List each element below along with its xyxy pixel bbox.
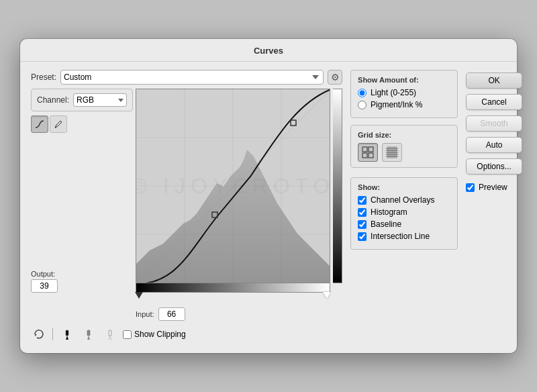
svg-marker-15 — [109, 336, 111, 340]
intersection-line-checkbox[interactable] — [358, 232, 367, 241]
baseline-checkbox[interactable] — [358, 220, 367, 229]
channel-label: Channel: — [37, 95, 69, 105]
histogram — [136, 89, 330, 283]
pigment-label: Pigment/Ink % — [371, 100, 422, 109]
preview-label: Preview — [479, 183, 507, 192]
pencil-icon — [54, 119, 63, 129]
preset-select[interactable]: Custom Default Strong Contrast Medium Co… — [60, 70, 324, 85]
eyedropper-white-button[interactable] — [101, 326, 117, 342]
pigment-radio[interactable] — [358, 101, 367, 109]
svg-marker-13 — [87, 336, 90, 340]
input-input[interactable] — [158, 307, 185, 321]
gear-icon: ⚙ — [331, 72, 340, 83]
grid-10x10-icon — [386, 146, 398, 158]
curves-dialog: Curves Preset: Custom Default Strong Con… — [20, 39, 517, 353]
white-point-triangle[interactable] — [323, 292, 331, 299]
eyedropper-gray-icon — [83, 329, 93, 340]
curve-icon — [34, 119, 45, 130]
baseline-label: Baseline — [371, 219, 401, 229]
svg-rect-17 — [369, 147, 373, 152]
histogram-label: Histogram — [371, 207, 407, 217]
show-amount-title: Show Amount of: — [358, 76, 450, 84]
reset-button[interactable] — [31, 326, 47, 342]
curve-tool-button[interactable] — [31, 115, 48, 133]
svg-rect-19 — [369, 153, 373, 158]
show-title: Show: — [358, 183, 450, 191]
intersection-line-label: Intersection Line — [371, 232, 430, 241]
eyedropper-black-button[interactable] — [58, 326, 75, 342]
horizontal-gradient — [136, 283, 330, 293]
cancel-button[interactable]: Cancel — [466, 94, 522, 110]
pencil-tool-button[interactable] — [50, 115, 67, 133]
vertical-gradient — [333, 89, 342, 283]
separator — [52, 328, 53, 340]
channel-overlays-label: Channel Overlays — [371, 195, 434, 205]
show-clipping-label: Show Clipping — [134, 330, 186, 339]
grid-4x4-icon — [362, 146, 374, 158]
eyedropper-white-icon — [104, 329, 115, 340]
svg-marker-11 — [66, 336, 68, 340]
options-button[interactable]: Options... — [466, 158, 522, 175]
svg-rect-14 — [109, 330, 111, 336]
gear-button[interactable]: ⚙ — [328, 70, 342, 85]
eyedropper-black-icon — [61, 329, 72, 340]
grid-4x4-button[interactable] — [358, 143, 378, 162]
ok-button[interactable]: OK — [466, 72, 522, 89]
channel-overlays-checkbox[interactable] — [358, 196, 367, 205]
auto-button[interactable]: Auto — [466, 137, 522, 153]
preset-label: Preset: — [31, 72, 56, 82]
grid-10x10-button[interactable] — [382, 143, 402, 162]
black-point-triangle[interactable] — [135, 292, 143, 299]
output-input[interactable] — [31, 279, 58, 293]
svg-rect-12 — [87, 330, 90, 336]
output-label: Output: — [31, 270, 55, 278]
dialog-title: Curves — [20, 39, 517, 62]
preview-checkbox[interactable] — [466, 183, 475, 192]
channel-select[interactable]: RGB Red Green Blue — [73, 93, 127, 107]
input-label: Input: — [136, 310, 154, 318]
grid-size-title: Grid size: — [358, 131, 450, 139]
eyedropper-gray-button[interactable] — [80, 326, 96, 342]
histogram-checkbox[interactable] — [358, 208, 367, 217]
reset-icon — [33, 328, 45, 340]
svg-rect-18 — [362, 153, 367, 158]
light-label: Light (0-255) — [371, 88, 416, 97]
show-clipping-checkbox[interactable] — [123, 330, 132, 339]
svg-rect-10 — [66, 330, 68, 336]
svg-rect-16 — [362, 147, 367, 152]
curve-canvas[interactable]: © IJOYEROTO — [136, 89, 330, 283]
smooth-button[interactable]: Smooth — [466, 115, 522, 132]
light-radio[interactable] — [358, 89, 367, 97]
